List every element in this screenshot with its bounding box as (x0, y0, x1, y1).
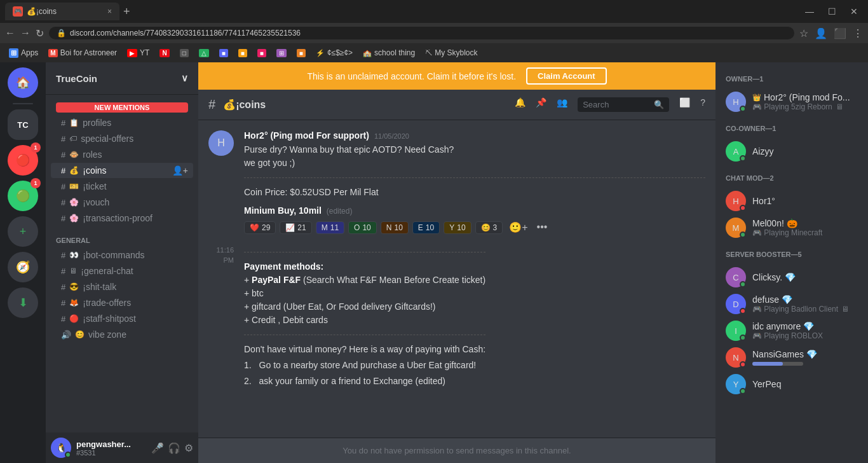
reaction-smile[interactable]: 😊 3 (475, 221, 503, 234)
bookmark-item4[interactable]: □ (176, 48, 193, 59)
reaction-y[interactable]: Y 10 (444, 221, 471, 234)
bookmark-special[interactable]: ⚡ ¢≤$≥¢> (312, 47, 356, 59)
voice-icon: 🔊 (61, 330, 71, 340)
channel-item-general-chat[interactable]: # 🖥 ¡general-chat (51, 263, 193, 279)
reaction-heart[interactable]: ❤️ 29 (244, 221, 276, 234)
bookmark-item8[interactable]: ■ (254, 48, 270, 59)
search-icon: 🔍 (654, 100, 664, 109)
channel-item-vouch[interactable]: # 🌸 ¡vouch (51, 195, 193, 210)
channel-emoji-trade: 🦊 (69, 298, 79, 307)
server-icon-truecoin[interactable]: TC (8, 109, 38, 140)
refresh-button[interactable]: ↻ (36, 27, 44, 39)
member-yerpeq[interactable]: Y YerPeq (721, 371, 863, 397)
channel-name-special: special-offers (81, 134, 133, 144)
channel-name-bot: ¡bot-commands (83, 250, 144, 260)
microphone-icon[interactable]: 🎤 (151, 442, 164, 454)
bookmark-yt[interactable]: ▶ YT (123, 47, 153, 59)
server-header[interactable]: TrueCoin ∨ (46, 62, 198, 95)
add-member-icon[interactable]: 👤+ (172, 165, 188, 176)
member-idc[interactable]: I idc anymore 💎 🎮 Playing ROBLOX (721, 318, 863, 343)
reaction-o[interactable]: O 10 (348, 221, 377, 234)
active-tab[interactable]: 🎮 💰¡coins × (5, 3, 119, 20)
profile-icon[interactable]: 👤 (815, 27, 827, 39)
channel-emoji-bot: 👀 (69, 251, 79, 259)
new-tab-button[interactable]: + (123, 5, 130, 18)
reaction-smile-count: 3 (493, 223, 498, 232)
bookmark-boi[interactable]: M Boi for Astroneer (44, 47, 121, 59)
url-text: discord.com/channels/774083290331611186/… (70, 29, 301, 38)
user-discriminator: #3531 (76, 449, 146, 457)
channel-item-staff-shitpost[interactable]: # 🔴 ¡staff-shitpost (51, 311, 193, 326)
hash-icon: # (61, 134, 65, 144)
bookmark-item10[interactable]: ■ (293, 48, 309, 59)
channel-item-shit-talk[interactable]: # 😎 ¡shit-talk (51, 279, 193, 294)
member-clicksy[interactable]: C Clicksy. 💎 (721, 265, 863, 290)
channel-item-ticket[interactable]: # 🎫 ¡ticket (51, 179, 193, 194)
reaction-heart-count: 29 (262, 223, 270, 232)
bookmark-apps[interactable]: ⊞ Apps (5, 47, 42, 59)
channel-item-bot-commands[interactable]: # 👀 ¡bot-commands (51, 247, 193, 263)
payment-item-paypal: + PayPal F&F (Search What F&F Mean Befor… (244, 273, 485, 287)
bookmark-star-icon[interactable]: ☆ (799, 27, 808, 39)
member-name-yerpeq: YerPeq (752, 379, 781, 389)
bookmark-item7[interactable]: ■ (234, 48, 251, 59)
members-list-icon[interactable]: 👥 (557, 97, 567, 112)
reaction-m[interactable]: M 11 (316, 221, 344, 234)
minimize-button[interactable]: — (800, 6, 819, 17)
bookmark-yt-icon: ▶ (127, 49, 137, 57)
close-button[interactable]: ✕ (845, 6, 863, 17)
new-mentions-badge[interactable]: NEW MENTIONS (56, 102, 188, 113)
reaction-e[interactable]: E 10 (412, 221, 440, 234)
discord-home-icon[interactable]: 🏠 (8, 67, 38, 98)
address-bar[interactable]: 🔒 discord.com/channels/77408329033161118… (49, 27, 794, 39)
notification-bell-icon[interactable]: 🔔 (515, 97, 526, 112)
pin-icon[interactable]: 📌 (536, 97, 546, 112)
user-controls[interactable]: 🎤 🎧 ⚙ (151, 442, 193, 454)
settings-icon[interactable]: ⚙ (184, 442, 193, 454)
reaction-chart[interactable]: 📈 21 (280, 221, 311, 234)
extensions-icon[interactable]: ⬛ (834, 27, 846, 39)
channel-item-profiles[interactable]: # 📋 profiles (51, 115, 193, 130)
help-icon[interactable]: ? (700, 97, 705, 112)
reaction-e-count: 10 (426, 223, 434, 232)
add-reaction-button[interactable]: 🙂+ (509, 221, 527, 234)
bookmark-item6[interactable]: ■ (215, 48, 232, 59)
bookmark-skyblock[interactable]: ⛏ My Skyblock (421, 47, 481, 59)
claim-account-button[interactable]: Claim Account (526, 67, 607, 85)
bookmark-school[interactable]: 🏫 school thing (359, 47, 419, 59)
tab-close-button[interactable]: × (107, 7, 112, 16)
channel-item-transaction[interactable]: # 🌸 ¡transaction-proof (51, 211, 193, 226)
add-server-button[interactable]: + (8, 216, 38, 247)
more-actions-button[interactable]: ••• (537, 221, 548, 234)
member-mel00n[interactable]: M Mel00n! 🎃 🎮 Playing Minecraft (721, 215, 863, 240)
maximize-button[interactable]: ☐ (823, 6, 841, 17)
bookmark-item5[interactable]: △ (195, 48, 213, 59)
download-apps-button[interactable]: ⬇ (8, 287, 38, 318)
tablet-icon[interactable]: ⬜ (679, 97, 690, 112)
member-nansi[interactable]: N NansiGames 💎 (721, 345, 863, 370)
bookmark-item9[interactable]: ⊞ (273, 48, 290, 59)
playing-icon-hor2: 🎮 (752, 102, 762, 111)
channel-item-coins[interactable]: # 💰 ¡coins 👤+ (51, 163, 193, 178)
back-button[interactable]: ← (5, 27, 15, 39)
discover-servers-button[interactable]: 🧭 (8, 252, 38, 282)
headset-icon[interactable]: 🎧 (168, 442, 180, 454)
member-aizyy[interactable]: A Aizyy (721, 139, 863, 164)
channel-category-general[interactable]: GENERAL (46, 226, 198, 247)
bookmark-netflix[interactable]: N (156, 48, 173, 59)
apps-grid-icon: ⊞ (11, 49, 17, 57)
search-box[interactable]: Search 🔍 (578, 97, 669, 112)
member-hor2[interactable]: H 👑 Hor2° (Ping mod Fo... 🎮 Playing 5zig… (721, 89, 863, 114)
server-icon-2[interactable]: 1 🔴 (8, 145, 38, 176)
member-defuse[interactable]: D defuse 💎 🎮 Playing Badlion Client 🖥 (721, 291, 863, 317)
member-hor1[interactable]: H Hor1° (721, 188, 863, 214)
channel-item-trade-offers[interactable]: # 🦊 ¡trade-offers (51, 295, 193, 310)
reaction-n[interactable]: N 10 (381, 221, 409, 234)
member-name-nansi: NansiGames 💎 (752, 349, 817, 359)
channel-item-vibe-zone[interactable]: 🔊 😊 vibe zone (51, 327, 193, 342)
forward-button[interactable]: → (20, 27, 31, 39)
menu-icon[interactable]: ⋮ (853, 27, 863, 39)
server-icon-3[interactable]: 1 🟢 (8, 181, 38, 211)
channel-item-special-offers[interactable]: # 🏷 special-offers (51, 131, 193, 146)
channel-item-roles[interactable]: # 🐵 roles (51, 147, 193, 162)
